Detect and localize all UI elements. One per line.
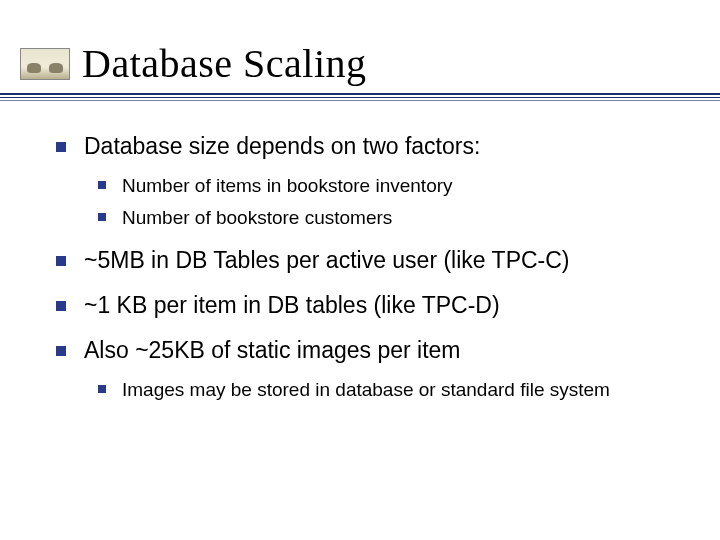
slide-title: Database Scaling — [82, 40, 367, 87]
bullet-text: ~5MB in DB Tables per active user (like … — [84, 247, 570, 273]
sub-bullet-item: Number of items in bookstore inventory — [94, 172, 680, 200]
bullet-item: ~5MB in DB Tables per active user (like … — [50, 245, 680, 276]
bullet-item: Database size depends on two factors: Nu… — [50, 131, 680, 231]
bullet-item: Also ~25KB of static images per item Ima… — [50, 335, 680, 404]
bullet-text: ~1 KB per item in DB tables (like TPC-D) — [84, 292, 500, 318]
sub-bullet-text: Number of items in bookstore inventory — [122, 175, 453, 196]
bullet-text: Also ~25KB of static images per item — [84, 337, 460, 363]
sub-bullet-text: Images may be stored in database or stan… — [122, 379, 610, 400]
sub-bullet-item: Number of bookstore customers — [94, 204, 680, 232]
sub-bullet-item: Images may be stored in database or stan… — [94, 376, 680, 404]
sub-bullet-text: Number of bookstore customers — [122, 207, 392, 228]
bullet-text: Database size depends on two factors: — [84, 133, 480, 159]
title-underline — [0, 93, 720, 101]
logo-image — [20, 48, 70, 80]
bullet-item: ~1 KB per item in DB tables (like TPC-D) — [50, 290, 680, 321]
